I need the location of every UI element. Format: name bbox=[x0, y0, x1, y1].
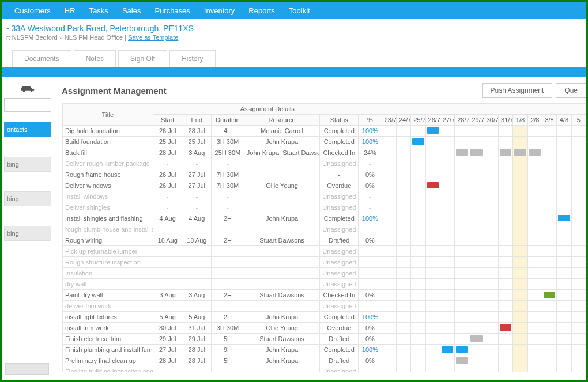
tab-sign-off[interactable]: Sign Off bbox=[118, 50, 167, 67]
col-start[interactable]: Start bbox=[153, 115, 182, 126]
col-title[interactable]: Title bbox=[63, 104, 153, 126]
table-row[interactable]: Dig hole foundation26 Jul28 Jul4HMelanie… bbox=[63, 126, 586, 137]
date-col: 27/7 bbox=[440, 115, 454, 126]
divider-bar bbox=[2, 67, 586, 77]
table-body: Dig hole foundation26 Jul28 Jul4HMelanie… bbox=[63, 126, 586, 372]
page-header: - 33A Westwood Park Road, Peterborough, … bbox=[2, 19, 586, 43]
gantt-bar[interactable] bbox=[514, 149, 526, 156]
tab-documents[interactable]: Documents bbox=[12, 50, 71, 67]
table-row[interactable]: deliver trim work---Unassigned- bbox=[63, 301, 586, 312]
assignment-table[interactable]: Title Assignment Details Start End Durat… bbox=[62, 103, 586, 372]
col-group-details: Assignment Details bbox=[153, 104, 382, 115]
gantt-bar[interactable] bbox=[529, 149, 541, 156]
nav-tasks[interactable]: Tasks bbox=[82, 6, 115, 15]
search-input[interactable] bbox=[4, 98, 51, 112]
breadcrumb-text: r: NLSFM Bedford » NLS FM Head Office | bbox=[6, 34, 128, 41]
sidebar-item-1[interactable]: bing bbox=[4, 157, 51, 172]
table-row[interactable]: Paint dry wall3 Aug3 Aug2HStuart Dawsons… bbox=[63, 290, 586, 301]
date-col: 5 bbox=[571, 115, 586, 126]
nav-sales[interactable]: Sales bbox=[115, 6, 148, 15]
date-col: 31/7 bbox=[499, 115, 513, 126]
col-pct[interactable]: % bbox=[359, 115, 382, 126]
table-row[interactable]: Deliver shingles---Unassigned- bbox=[63, 202, 586, 213]
table-row[interactable]: dry wall---Unassigned- bbox=[63, 279, 586, 290]
nav-reports[interactable]: Reports bbox=[242, 6, 282, 15]
date-col: 30/7 bbox=[484, 115, 498, 126]
top-nav: CustomersHRTasksSalesPurchasesInventoryR… bbox=[2, 2, 586, 19]
nav-inventory[interactable]: Inventory bbox=[197, 6, 242, 15]
gantt-bar[interactable] bbox=[427, 127, 439, 134]
table-row[interactable]: Install shingles and flashing4 Aug4 Aug2… bbox=[63, 213, 586, 224]
col-status[interactable]: Status bbox=[320, 115, 359, 126]
table-row[interactable]: Finish plumbing and install furnace27 Ju… bbox=[63, 345, 586, 355]
col-duration[interactable]: Duration bbox=[212, 115, 244, 126]
tab-notes[interactable]: Notes bbox=[74, 50, 116, 67]
table-row[interactable]: Rough structure inspection---Unassigned- bbox=[63, 257, 586, 268]
queue-button[interactable]: Que bbox=[556, 83, 586, 98]
gantt-bar[interactable] bbox=[442, 346, 453, 353]
table-row[interactable]: rough plumb house and install duct---Una… bbox=[63, 224, 586, 235]
address-line: - 33A Westwood Park Road, Peterborough, … bbox=[6, 24, 586, 33]
sidebar-item-3[interactable]: bing bbox=[4, 226, 51, 241]
save-template-link[interactable]: Save as Template bbox=[128, 34, 178, 41]
date-col: 26/7 bbox=[425, 115, 440, 126]
page-title: Assignment Management bbox=[62, 86, 478, 96]
push-assignment-button[interactable]: Push Assignment bbox=[482, 83, 553, 98]
date-col: 1/8 bbox=[513, 115, 527, 126]
table-row[interactable]: Insulation---Unassigned- bbox=[63, 268, 586, 279]
date-col: 24/7 bbox=[396, 115, 410, 126]
table-row[interactable]: Preliminary final clean up28 Jul28 Jul5H… bbox=[63, 355, 586, 366]
table-row[interactable]: Install windows---Unassigned- bbox=[63, 191, 586, 202]
table-row[interactable]: install trim work30 Jul31 Jul3H 30MOllie… bbox=[63, 323, 586, 334]
nav-hr[interactable]: HR bbox=[58, 6, 82, 15]
sidebar-contacts[interactable]: ontacts bbox=[4, 122, 51, 137]
col-resource[interactable]: Resource bbox=[244, 115, 320, 126]
table-row[interactable]: Rough frame house26 Jul27 Jul7H 30M-0% bbox=[63, 169, 586, 180]
breadcrumb: r: NLSFM Bedford » NLS FM Head Office | … bbox=[6, 34, 586, 41]
gantt-bar[interactable] bbox=[456, 149, 468, 156]
gantt-bar[interactable] bbox=[500, 149, 511, 156]
table-row[interactable]: install light fixtures5 Aug5 Aug2HJohn K… bbox=[63, 312, 586, 323]
date-col: 29/7 bbox=[469, 115, 484, 126]
gantt-bar[interactable] bbox=[427, 182, 439, 188]
gantt-bar[interactable] bbox=[456, 357, 468, 364]
nav-purchases[interactable]: Purchases bbox=[148, 6, 197, 15]
gantt-bar[interactable] bbox=[470, 335, 482, 342]
table-row[interactable]: Back fill28 Jul3 Aug25H 30MJohn Krupa, S… bbox=[63, 147, 586, 158]
gantt-bar[interactable] bbox=[456, 346, 468, 353]
sidebar-footer-button[interactable] bbox=[5, 363, 49, 375]
sidebar: ontacts bing bing bing bbox=[2, 77, 54, 372]
col-end[interactable]: End bbox=[182, 115, 212, 126]
table-row[interactable]: Deliver windows26 Jul27 Jul7H 30MOllie Y… bbox=[63, 180, 586, 191]
main-panel: Assignment Management Push Assignment Qu… bbox=[54, 77, 586, 372]
gantt-bar[interactable] bbox=[544, 292, 555, 298]
table-row[interactable]: Pick up returnable lumber---Unassigned- bbox=[63, 246, 586, 257]
table-row[interactable]: Finish electrical trim29 Jul29 Jul5HStua… bbox=[63, 334, 586, 345]
sidebar-item-2[interactable]: bing bbox=[4, 191, 51, 206]
date-col: 4/8 bbox=[557, 115, 571, 126]
table-row[interactable]: Rough wiring18 Aug18 Aug2HStuart Dawsons… bbox=[63, 235, 586, 246]
date-col: 3/8 bbox=[542, 115, 556, 126]
sub-tabs: DocumentsNotesSign OffHistory bbox=[2, 43, 586, 67]
date-col: 25/7 bbox=[411, 115, 425, 126]
car-icon bbox=[19, 83, 36, 93]
table-row[interactable]: Deliver rough lumber package---Unassigne… bbox=[63, 158, 586, 169]
gantt-bar[interactable] bbox=[412, 138, 424, 145]
table-row[interactable]: Build foundation25 Jul25 Jul3H 30MJohn K… bbox=[63, 137, 586, 147]
date-col: 23/7 bbox=[382, 115, 396, 126]
tab-history[interactable]: History bbox=[169, 50, 215, 67]
gantt-bar[interactable] bbox=[558, 215, 570, 221]
nav-customers[interactable]: Customers bbox=[7, 6, 58, 15]
assignment-grid: Title Assignment Details Start End Durat… bbox=[62, 103, 586, 372]
gantt-bar[interactable] bbox=[500, 324, 511, 331]
date-col: 28/7 bbox=[455, 115, 469, 126]
gantt-bar[interactable] bbox=[470, 149, 482, 156]
gantt-header bbox=[382, 104, 586, 115]
date-col: 2/8 bbox=[527, 115, 542, 126]
nav-toolkit[interactable]: Toolkit bbox=[282, 6, 317, 15]
table-row[interactable]: Finalize building inspection approva---U… bbox=[63, 366, 586, 372]
